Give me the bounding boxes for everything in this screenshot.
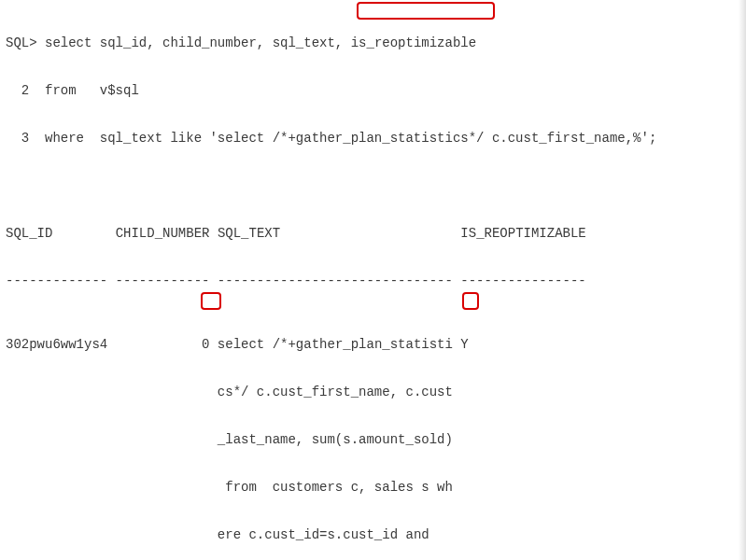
header-rule: ------------- ------------ -------------… [6,273,740,289]
column-headers: SQL_ID CHILD_NUMBER SQL_TEXT IS_REOPTIMI… [6,226,740,242]
highlight-box-query-column [357,2,495,20]
header-child-number: CHILD_NUMBER [116,226,210,241]
highlight-box-child-number-1 [201,292,221,310]
cell-sql-text-line: from customers c, sales s wh [218,480,453,495]
table-row: from customers c, sales s wh [6,480,740,496]
cell-sql-text-line: select /*+gather_plan_statisti [218,337,453,352]
blank-line [6,178,740,194]
query-line-3: 3 where sql_text like 'select /*+gather_… [6,131,740,147]
cell-sql-text-line: _last_name, sum(s.amount_sold) [218,432,453,447]
table-row: 302pwu6ww1ys4 0 select /*+gather_plan_st… [6,337,740,353]
cell-child-number: 0 [202,337,209,352]
table-row: cs*/ c.cust_first_name, c.cust [6,385,740,400]
highlight-is-reopt: is_reoptimizable [351,35,476,50]
query-line-1: SQL> select sql_id, child_number, sql_te… [6,35,740,51]
table-row: ere c.cust_id=s.cust_id and [6,527,740,543]
header-sql-id: SQL_ID [6,226,52,241]
highlight-box-is-reopt-n [462,292,479,310]
query-line-2: 2 from v$sql [6,83,740,99]
terminal-output: SQL> select sql_id, child_number, sql_te… [0,0,746,560]
table-row: _last_name, sum(s.amount_sold) [6,432,740,448]
cell-sql-text-line: cs*/ c.cust_first_name, c.cust [218,385,453,399]
header-sql-text: SQL_TEXT [218,226,280,241]
cell-is-reopt: Y [460,337,468,352]
cell-sql-text-line: ere c.cust_id=s.cust_id and [218,527,429,542]
cell-sql-id: 302pwu6ww1ys4 [6,337,107,352]
header-is-reopt: IS_REOPTIMIZABLE [460,226,585,241]
